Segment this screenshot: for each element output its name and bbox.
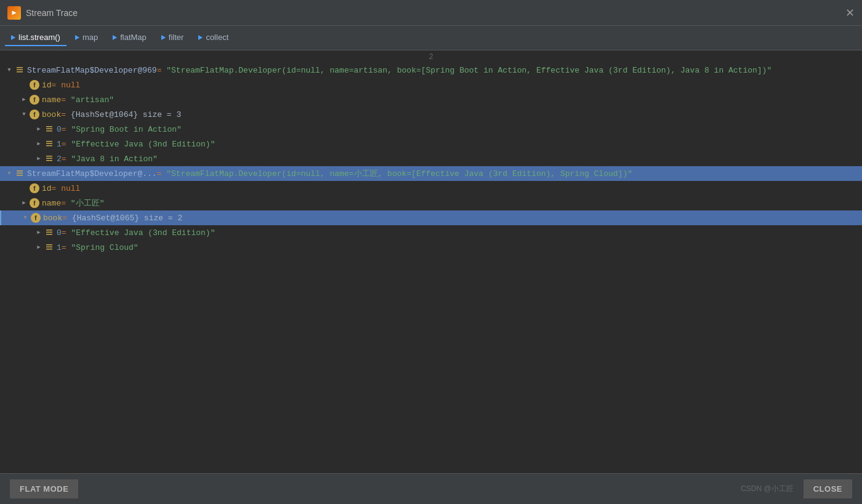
tab-play-icon [11,35,15,40]
svg-rect-1 [17,70,23,71]
expand-icon[interactable]: ▼ [21,214,30,222]
tab-play-icon-flatmap [113,35,117,40]
app-icon: ▶ [7,6,21,20]
tab-play-icon-filter [161,35,166,40]
svg-rect-14 [17,175,23,176]
title-bar-left: ▶ Stream Trace [7,6,78,20]
svg-rect-4 [46,129,52,130]
svg-rect-10 [46,158,52,159]
tree-row[interactable]: ▶ 2 = "Java 8 in Action" [0,151,862,166]
expand-icon[interactable]: ▶ [20,95,28,104]
list-icon [15,169,25,178]
list-icon [15,65,25,75]
var-name: book [43,214,62,223]
svg-rect-19 [46,247,52,248]
tab-filter[interactable]: filter [155,30,190,46]
svg-rect-12 [17,170,23,172]
field-icon: f [30,110,39,119]
var-name: StreamFlatMap$Developer@... [27,169,157,178]
row-content: = "Effective Java (3nd Edition)" [62,140,216,149]
list-icon [44,139,54,149]
svg-rect-11 [46,160,52,161]
tree-row[interactable]: ▶ 0 = "Spring Boot in Action" [0,122,862,137]
tab-collect[interactable]: collect [192,30,235,46]
svg-rect-18 [46,244,52,246]
tree-row[interactable]: ▶fname = "小工匠" [0,196,862,210]
tree-row[interactable]: fid = null [0,78,862,92]
expand-icon[interactable]: ▶ [34,125,43,134]
tab-flatmap[interactable]: flatMap [107,30,153,46]
expand-icon[interactable]: ▶ [34,140,43,148]
svg-rect-20 [46,249,52,250]
svg-rect-15 [46,230,52,231]
number-indicator: 2 [0,50,862,63]
svg-rect-16 [46,232,52,233]
expand-icon[interactable]: ▼ [5,66,14,74]
var-name: book [42,110,61,119]
row-content: = "Java 8 in Action" [62,154,158,164]
list-icon [44,242,54,252]
svg-rect-13 [17,173,23,174]
tree-row[interactable]: ▶ 1 = "Effective Java (3nd Edition)" [0,137,862,151]
var-name: id [42,81,52,90]
tree-row[interactable]: ▼ StreamFlatMap$Developer@... = "StreamF… [0,166,862,181]
field-icon: f [31,213,41,223]
tree-row[interactable]: ▼ StreamFlatMap$Developer@969 = "StreamF… [0,63,862,78]
list-icon [44,124,54,134]
expand-icon[interactable]: ▶ [34,228,43,237]
row-content: = null [52,81,81,90]
row-content: = "小工匠" [61,198,104,209]
var-name: 1 [57,140,62,149]
tree-row[interactable]: ▼fbook = {HashSet@1064} size = 3 [0,107,862,122]
expand-icon[interactable]: ▶ [34,154,43,163]
row-content: = "StreamFlatMap.Developer(id=null, name… [157,168,632,179]
svg-rect-8 [46,145,52,146]
expand-icon[interactable]: ▶ [34,243,43,252]
tree-row[interactable]: ▶ 1 = "Spring Cloud" [0,240,862,255]
field-icon: f [30,183,39,193]
tree-row[interactable]: ▶ 0 = "Effective Java (3nd Edition)" [0,225,862,240]
svg-rect-9 [46,156,52,157]
tree-row[interactable]: ▼fbook = {HashSet@1065} size = 2 [0,210,862,225]
svg-rect-6 [46,141,52,142]
tree-row[interactable]: ▶fname = "artisan" [0,92,862,107]
field-icon: f [30,80,39,90]
row-content: = "Spring Boot in Action" [62,125,182,134]
row-content: = {HashSet@1064} size = 3 [61,110,181,119]
tab-collect-label: collect [206,33,228,42]
tab-filter-label: filter [169,33,184,42]
expand-icon[interactable] [20,81,28,89]
expand-icon[interactable] [20,184,28,193]
svg-rect-7 [46,143,52,145]
svg-rect-17 [46,234,52,235]
csdn-label: CSDN @小工匠 [741,484,794,494]
window-close-button[interactable]: ✕ [845,7,855,18]
row-content: = "Spring Cloud" [62,243,139,252]
var-name: 2 [57,154,62,164]
tab-list-stream[interactable]: list.stream() [5,30,66,46]
var-name: name [42,95,61,105]
tab-map-label: map [83,33,98,42]
expand-icon[interactable]: ▼ [20,110,28,119]
var-name: 0 [57,228,62,238]
close-button[interactable]: CLOSE [804,479,852,498]
svg-rect-5 [46,130,52,132]
list-icon [44,154,54,164]
tabs-bar: list.stream() map flatMap filter collect [0,26,862,50]
expand-icon[interactable]: ▼ [5,169,14,178]
field-icon: f [30,198,39,208]
expand-icon[interactable]: ▶ [20,199,28,207]
window-title: Stream Trace [26,8,78,18]
title-bar: ▶ Stream Trace ✕ [0,0,862,26]
tab-list-stream-label: list.stream() [18,33,60,42]
bottom-bar: FLAT MODE CSDN @小工匠 CLOSE [0,473,862,504]
tab-play-icon-map [75,35,79,40]
tab-map[interactable]: map [69,30,104,46]
var-name: 0 [57,125,62,134]
tree-row[interactable]: fid = null [0,181,862,196]
row-content: = "Effective Java (3nd Edition)" [62,228,216,238]
field-icon: f [30,95,39,105]
flat-mode-button[interactable]: FLAT MODE [10,479,78,498]
var-name: name [42,199,61,208]
row-content: = null [52,184,81,193]
